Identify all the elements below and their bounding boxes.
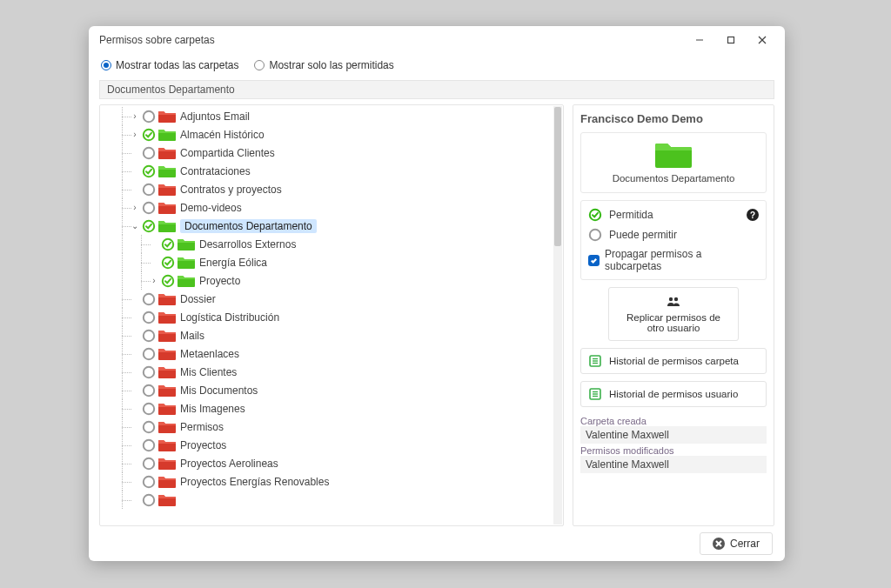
filter-permitted-radio[interactable]: Mostrar solo las permitidas bbox=[254, 59, 393, 71]
close-button[interactable]: Cerrar bbox=[700, 532, 773, 555]
folder-icon bbox=[157, 438, 177, 452]
folder-icon bbox=[157, 493, 177, 507]
circle-empty-icon bbox=[142, 384, 156, 398]
filter-toolbar: Mostrar todas las carpetas Mostrar solo … bbox=[89, 54, 785, 77]
tree-row[interactable]: ›Adjuntos Email bbox=[100, 107, 563, 125]
tree-label: Proyectos Aerolineas bbox=[180, 458, 282, 470]
propagate-checkbox[interactable]: Propagar permisos a subcarpetas bbox=[588, 248, 759, 272]
radio-unchecked-icon bbox=[254, 60, 265, 70]
tree-row[interactable]: Mis Imagenes bbox=[100, 399, 563, 418]
tree-row[interactable]: Compartida Clientes bbox=[100, 144, 563, 162]
tree-row[interactable]: Permisos bbox=[100, 418, 563, 436]
check-circle-icon bbox=[161, 237, 175, 251]
detail-user-name: Francisco Demo Demo bbox=[580, 112, 767, 125]
svg-point-16 bbox=[144, 330, 154, 340]
tree-label: Adjuntos Email bbox=[180, 110, 253, 123]
svg-point-19 bbox=[144, 384, 154, 395]
vertical-scrollbar[interactable] bbox=[553, 106, 562, 525]
folder-icon bbox=[157, 128, 177, 142]
circle-empty-icon bbox=[142, 311, 156, 324]
tree-row[interactable]: Proyectos Energías Renovables bbox=[100, 472, 563, 491]
folder-icon bbox=[157, 164, 177, 178]
svg-point-18 bbox=[144, 366, 154, 377]
window-title: Permisos sobre carpetas bbox=[99, 34, 684, 46]
folder-icon bbox=[157, 475, 177, 489]
svg-point-23 bbox=[144, 458, 154, 468]
folder-tree[interactable]: ›Adjuntos Email›Almacén HistóricoCompart… bbox=[100, 105, 563, 525]
tree-row[interactable]: Energía Eólica bbox=[100, 253, 563, 271]
scrollbar-thumb[interactable] bbox=[554, 107, 561, 246]
tree-label: Metaenlaces bbox=[180, 348, 243, 360]
check-circle-icon bbox=[588, 208, 602, 222]
tree-row[interactable]: Desarrollos Externos bbox=[100, 235, 563, 253]
maximize-button[interactable] bbox=[715, 28, 747, 52]
folder-icon bbox=[157, 146, 177, 160]
user-history-button[interactable]: Historial de permisos usuario bbox=[580, 381, 767, 407]
created-label: Carpeta creada bbox=[580, 416, 767, 426]
folder-icon bbox=[157, 201, 177, 215]
tree-label: Mis Clientes bbox=[180, 366, 240, 378]
tree-row[interactable]: Proyectos Aerolineas bbox=[100, 454, 563, 472]
svg-point-20 bbox=[144, 403, 154, 413]
svg-point-21 bbox=[144, 421, 154, 431]
tree-label: Logística Distribución bbox=[180, 311, 283, 324]
tree-row[interactable]: ⌄Documentos Departamento bbox=[100, 217, 563, 235]
modified-by-value: Valentine Maxwell bbox=[580, 456, 767, 473]
minimize-button[interactable] bbox=[684, 28, 715, 52]
filter-all-radio[interactable]: Mostrar todas las carpetas bbox=[101, 59, 238, 71]
tree-row[interactable]: ›Demo-videos bbox=[100, 198, 563, 217]
tree-row[interactable]: Logística Distribución bbox=[100, 308, 563, 326]
filter-all-label: Mostrar todas las carpetas bbox=[116, 59, 238, 71]
tree-row[interactable]: Mails bbox=[100, 326, 563, 344]
breadcrumb-text: Documentos Departamento bbox=[107, 84, 235, 96]
tree-row[interactable]: Proyectos bbox=[100, 436, 563, 454]
svg-point-22 bbox=[144, 439, 154, 450]
user-history-label: Historial de permisos usuario bbox=[609, 389, 738, 399]
circle-empty-icon bbox=[142, 402, 156, 416]
folder-tree-panel: ›Adjuntos Email›Almacén HistóricoCompart… bbox=[99, 104, 564, 526]
tree-row[interactable] bbox=[100, 491, 563, 509]
breadcrumb[interactable]: Documentos Departamento bbox=[99, 80, 774, 99]
circle-empty-icon bbox=[142, 201, 156, 215]
folder-icon bbox=[157, 402, 177, 416]
svg-point-15 bbox=[144, 311, 154, 322]
tree-row[interactable]: Metaenlaces bbox=[100, 344, 563, 363]
close-window-button[interactable] bbox=[747, 28, 778, 52]
circle-empty-icon bbox=[142, 493, 156, 507]
permission-options: Permitida ? Puede permitir Propagar perm… bbox=[580, 200, 767, 280]
can-permit-label: Puede permitir bbox=[609, 229, 677, 241]
tree-label: Mis Imagenes bbox=[180, 403, 249, 415]
circle-empty-icon bbox=[142, 475, 156, 489]
folder-history-button[interactable]: Historial de permisos carpeta bbox=[580, 348, 767, 374]
tree-row[interactable]: ›Proyecto bbox=[100, 271, 563, 290]
folder-icon bbox=[157, 457, 177, 471]
replicate-permissions-button[interactable]: Replicar permisos de otro usuario bbox=[608, 287, 739, 341]
tree-label: Proyectos Energías Renovables bbox=[180, 476, 332, 488]
checkbox-checked-icon bbox=[588, 255, 600, 266]
dialog-footer: Cerrar bbox=[89, 526, 785, 561]
tree-label: Compartida Clientes bbox=[180, 147, 278, 159]
circle-empty-icon bbox=[142, 183, 156, 197]
tree-row[interactable]: Contratos y proyectos bbox=[100, 180, 563, 198]
tree-row[interactable]: Mis Documentos bbox=[100, 381, 563, 399]
tree-row[interactable]: Dossier bbox=[100, 290, 563, 308]
svg-point-28 bbox=[669, 297, 673, 301]
tree-row[interactable]: Mis Clientes bbox=[100, 363, 563, 381]
help-icon[interactable]: ? bbox=[747, 209, 759, 221]
tree-label: Demo-videos bbox=[180, 202, 245, 214]
permitted-radio[interactable]: Permitida ? bbox=[588, 208, 759, 222]
users-icon bbox=[667, 295, 680, 309]
selected-folder-name: Documentos Departamento bbox=[586, 173, 760, 184]
tree-row[interactable]: Contrataciones bbox=[100, 162, 563, 180]
svg-point-8 bbox=[144, 184, 154, 194]
svg-point-6 bbox=[144, 147, 154, 157]
folder-history-label: Historial de permisos carpeta bbox=[609, 356, 739, 366]
created-by-value: Valentine Maxwell bbox=[580, 426, 767, 444]
circle-empty-icon bbox=[142, 329, 156, 343]
svg-point-29 bbox=[674, 297, 678, 301]
can-permit-radio[interactable]: Puede permitir bbox=[588, 228, 759, 242]
tree-row[interactable]: ›Almacén Histórico bbox=[100, 125, 563, 144]
folder-icon bbox=[157, 292, 177, 306]
check-circle-icon bbox=[142, 219, 156, 233]
detail-panel: Francisco Demo Demo Documentos Departame… bbox=[573, 104, 774, 526]
